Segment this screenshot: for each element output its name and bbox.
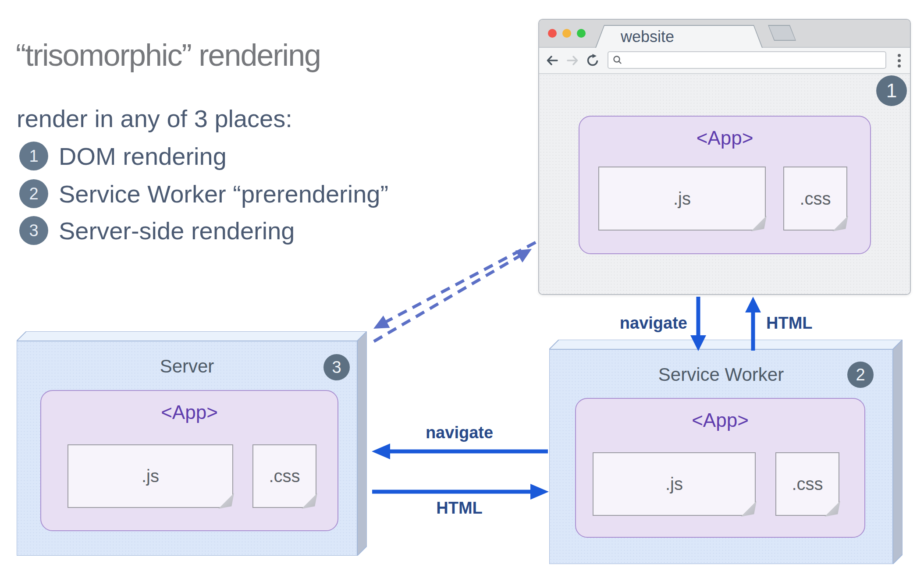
- js-file: .js: [68, 444, 233, 508]
- app-box-service-worker: <App> .js .css: [575, 398, 865, 538]
- browser-toolbar: [539, 48, 910, 74]
- arrowhead-left-icon: [372, 444, 390, 459]
- step-badge-1: 1: [876, 75, 907, 106]
- dashed-link-to-browser: [374, 256, 519, 341]
- js-file-label: .js: [593, 453, 755, 515]
- browser-tab[interactable]: website: [595, 25, 763, 48]
- js-file-label: .js: [599, 167, 765, 230]
- css-file-label: .css: [784, 167, 846, 230]
- tab-title: website: [621, 28, 674, 46]
- app-box-browser: <App> .js .css: [579, 116, 871, 254]
- css-file-shape: .css: [783, 167, 847, 231]
- new-tab-button[interactable]: [768, 25, 796, 41]
- menu-dot: [898, 59, 901, 62]
- close-window-icon[interactable]: [548, 29, 557, 38]
- css-file: .css: [252, 444, 316, 508]
- address-bar-input[interactable]: [626, 53, 885, 67]
- reload-icon: [586, 53, 600, 67]
- legend-item-label: Server-side rendering: [59, 216, 295, 245]
- dashed-arrowhead-to-browser-icon: [515, 249, 532, 263]
- browser-window: website: [538, 19, 911, 295]
- js-file-shape: .js: [593, 452, 756, 516]
- service-worker-box: Service Worker 2 <App> .js .css: [549, 340, 903, 564]
- legend-item-dom: 1 DOM rendering: [19, 141, 227, 171]
- back-arrow-icon: [545, 53, 559, 67]
- html-horizontal-label: HTML: [394, 499, 525, 518]
- app-component-label: <App>: [576, 409, 864, 431]
- reload-button[interactable]: [586, 53, 600, 67]
- browser-viewport: 1 <App> .js .css: [539, 74, 910, 294]
- server-title: Server: [17, 356, 357, 377]
- js-file: .js: [593, 452, 756, 516]
- menu-dot: [898, 64, 901, 67]
- service-worker-title: Service Worker: [549, 364, 893, 385]
- address-bar[interactable]: [608, 51, 886, 69]
- legend-item-label: DOM rendering: [59, 142, 227, 170]
- css-file-shape: .css: [775, 452, 839, 516]
- legend-number-badge: 1: [19, 142, 48, 170]
- app-component-label: <App>: [579, 127, 870, 149]
- arrowhead-up-icon: [745, 297, 761, 312]
- app-box-server: <App> .js .css: [40, 390, 338, 531]
- legend-item-service-worker: 2 Service Worker “prerendering”: [19, 179, 388, 209]
- search-icon: [613, 55, 622, 65]
- forward-button[interactable]: [565, 53, 579, 67]
- step-badge-2: 2: [847, 362, 874, 388]
- browser-menu-button[interactable]: [898, 54, 901, 67]
- js-file-shape: .js: [598, 167, 766, 231]
- legend-item-label: Service Worker “prerendering”: [59, 180, 388, 208]
- js-file-label: .js: [68, 445, 232, 507]
- diagram-canvas: “trisomorphic” rendering render in any o…: [0, 0, 924, 582]
- navigate-vertical-label: navigate: [620, 314, 687, 333]
- maximize-window-icon[interactable]: [577, 29, 586, 38]
- navigate-horizontal-label: navigate: [394, 423, 525, 442]
- css-file-label: .css: [776, 453, 839, 515]
- legend-number-badge: 2: [19, 179, 48, 208]
- css-file: .css: [775, 452, 839, 516]
- legend-number-badge: 3: [19, 216, 48, 245]
- js-file: .js: [598, 167, 766, 231]
- menu-dot: [898, 54, 901, 57]
- dashed-arrowhead-to-server-icon: [373, 316, 390, 329]
- js-file-shape: .js: [68, 444, 233, 508]
- css-file-label: .css: [253, 445, 316, 507]
- page-title: “trisomorphic” rendering: [16, 38, 320, 73]
- back-button[interactable]: [545, 53, 559, 67]
- service-worker-box-face: Service Worker 2 <App> .js .css: [549, 349, 893, 564]
- server-box: Server 3 <App> .js .css: [17, 331, 367, 556]
- arrowhead-right-icon: [530, 484, 549, 500]
- dashed-link-to-server: [386, 242, 536, 322]
- subtitle: render in any of 3 places:: [17, 104, 292, 133]
- app-component-label: <App>: [41, 401, 338, 423]
- css-file-shape: .css: [252, 444, 316, 508]
- new-tab-shape-fill: [769, 26, 795, 40]
- step-badge-3: 3: [323, 354, 350, 380]
- html-vertical-label: HTML: [766, 314, 813, 333]
- minimize-window-icon[interactable]: [562, 29, 571, 38]
- legend-item-server-side: 3 Server-side rendering: [19, 216, 295, 245]
- css-file: .css: [783, 167, 847, 231]
- forward-arrow-icon: [565, 53, 579, 67]
- browser-tab-bar: website: [539, 20, 910, 48]
- server-box-face: Server 3 <App> .js .css: [17, 341, 357, 556]
